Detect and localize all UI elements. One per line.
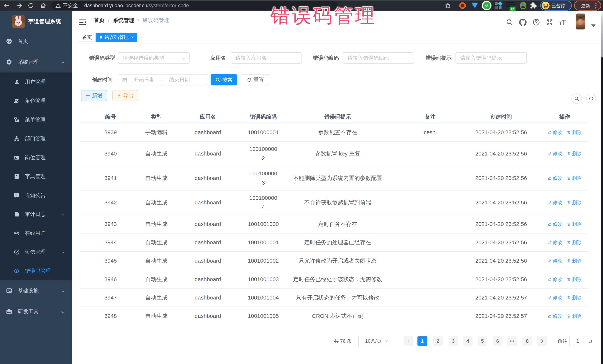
extension-icon-key[interactable] [519, 0, 527, 11]
cell-type: 自动生成 [145, 233, 168, 251]
bookmark-star-icon[interactable] [444, 2, 452, 9]
delete-button[interactable]: 删除 [567, 311, 582, 321]
show-search-toggle-button[interactable] [571, 93, 582, 104]
browser-update-chip[interactable]: 更新 [574, 0, 601, 11]
search-button-label: 搜索 [222, 76, 232, 83]
page-button-6[interactable]: 6 [493, 336, 502, 346]
page-button-2[interactable]: 2 [433, 336, 443, 346]
browser-profile-chip[interactable]: 已暂停 [540, 0, 572, 11]
edit-button[interactable]: 修改 [547, 149, 562, 158]
extensions-puzzle-icon[interactable] [529, 0, 538, 11]
edit-button[interactable]: 修改 [547, 293, 562, 302]
github-icon[interactable] [517, 17, 528, 28]
browser-home-button[interactable] [39, 2, 47, 9]
extension-icon-grid[interactable] [495, 0, 502, 11]
page-button-3[interactable]: 3 [448, 336, 458, 346]
dashboard-icon [6, 38, 12, 44]
filter-type-select[interactable]: 请选择错误码类型 [118, 52, 190, 64]
caret-down-icon[interactable] [591, 24, 596, 27]
edit-button[interactable]: 修改 [547, 198, 562, 207]
next-page-button[interactable] [537, 336, 547, 346]
extension-icon-green-check[interactable] [482, 0, 492, 11]
sidebar-item-online-users[interactable]: 在线用户 [0, 224, 72, 243]
breadcrumb-system[interactable]: 系统管理 [113, 17, 134, 24]
sidebar-item-error-code[interactable]: 错误码管理 [0, 262, 72, 280]
edit-button[interactable]: 修改 [547, 275, 562, 284]
filter-app-input[interactable] [231, 52, 302, 64]
sidebar-item-departments[interactable]: 部门管理 [0, 129, 72, 148]
reset-button[interactable]: 重置 [242, 74, 269, 86]
page-ellipsis[interactable]: ••• [507, 336, 517, 346]
delete-button[interactable]: 删除 [567, 256, 582, 265]
header-search-icon[interactable] [504, 17, 515, 28]
sidebar-item-dev-tools[interactable]: 研发工具 [0, 301, 72, 322]
filter-date-range[interactable]: 开始日期 - 结束日期 [119, 74, 207, 86]
delete-button[interactable]: 删除 [567, 275, 582, 284]
prev-page-button[interactable] [404, 336, 413, 346]
sidebar-item-home[interactable]: 首页 [0, 31, 72, 52]
sidebar-item-sms[interactable]: 短信管理 [0, 243, 72, 262]
extension-icon-gem[interactable] [471, 0, 479, 11]
scrollbar-thumb[interactable] [601, 11, 603, 57]
browser-reload-button[interactable] [27, 2, 35, 9]
browser-back-button[interactable] [3, 2, 10, 9]
column-header-id: 编号 [105, 111, 116, 122]
goto-input-field[interactable] [570, 336, 586, 346]
sidebar-item-audit-log[interactable]: 审计日志 [0, 205, 72, 224]
sidebar-item-menus[interactable]: 菜单管理 [0, 110, 72, 129]
sidebar-item-roles[interactable]: 角色管理 [0, 91, 72, 110]
sidebar-item-dict[interactable]: 字典管理 [0, 167, 72, 186]
delete-button[interactable]: 删除 [567, 174, 582, 183]
page-size-select[interactable]: 10条/页 [358, 336, 395, 346]
page-button-4[interactable]: 4 [463, 336, 473, 346]
sidebar-item-infrastructure[interactable]: 基础设施 [0, 280, 72, 301]
close-tab-icon[interactable]: × [131, 35, 134, 39]
edit-button[interactable]: 修改 [547, 128, 562, 137]
delete-button[interactable]: 删除 [567, 293, 582, 302]
delete-button[interactable]: 删除 [567, 128, 582, 137]
tab-label: 错误码管理 [104, 34, 128, 41]
page-button-1[interactable]: 1 [417, 336, 427, 346]
page-button-5[interactable]: 5 [477, 336, 487, 346]
add-button[interactable]: 新增 [81, 90, 107, 101]
page-button-8[interactable]: 8 [522, 336, 532, 346]
edit-button[interactable]: 修改 [547, 311, 562, 321]
goto-page-input[interactable] [569, 336, 586, 346]
search-button[interactable]: 搜索 [211, 74, 237, 86]
delete-button[interactable]: 删除 [567, 220, 582, 229]
edit-button[interactable]: 修改 [547, 220, 562, 229]
sidebar-item-notice[interactable]: 通知公告 [0, 186, 72, 205]
app-input-field[interactable] [231, 55, 302, 61]
breadcrumb-home[interactable]: 首页 [94, 17, 105, 24]
delete-button[interactable]: 删除 [567, 198, 582, 207]
extension-icon-orange[interactable] [458, 0, 467, 11]
tab-home[interactable]: 首页 [79, 33, 95, 42]
extension-icon-list-on[interactable]: on [506, 0, 516, 11]
export-button[interactable]: 导出 [112, 90, 138, 101]
refresh-table-button[interactable] [586, 94, 596, 103]
browser-forward-button[interactable] [16, 2, 23, 9]
delete-button[interactable]: 删除 [567, 238, 582, 247]
delete-button[interactable]: 删除 [567, 149, 582, 158]
browser-menu-kebab-icon[interactable] [595, 2, 596, 9]
msg-input-field[interactable] [456, 55, 526, 61]
sidebar-item-users[interactable]: 用户管理 [0, 72, 72, 91]
user-avatar[interactable] [576, 13, 585, 30]
tab-error-code[interactable]: 错误码管理 × [96, 33, 137, 42]
window-scrollbar[interactable] [601, 11, 603, 364]
cell-code: 1001001000 [248, 215, 279, 233]
hamburger-menu-icon[interactable] [79, 18, 87, 26]
fullscreen-icon[interactable] [544, 17, 555, 28]
sidebar-logo[interactable]: 芋道管理系统 [0, 11, 72, 30]
sidebar-item-posts[interactable]: 岗位管理 [0, 148, 72, 167]
edit-button[interactable]: 修改 [547, 256, 562, 265]
font-size-icon[interactable] [557, 17, 568, 28]
edit-button[interactable]: 修改 [547, 174, 562, 183]
help-icon[interactable] [531, 17, 542, 28]
filter-code-input[interactable] [343, 52, 414, 64]
code-input-field[interactable] [343, 55, 414, 61]
edit-button[interactable]: 修改 [547, 238, 562, 247]
sidebar-item-system[interactable]: 系统管理 [0, 52, 72, 72]
filter-msg-input[interactable] [455, 52, 527, 64]
cell-code: 1001001001 [248, 233, 279, 251]
